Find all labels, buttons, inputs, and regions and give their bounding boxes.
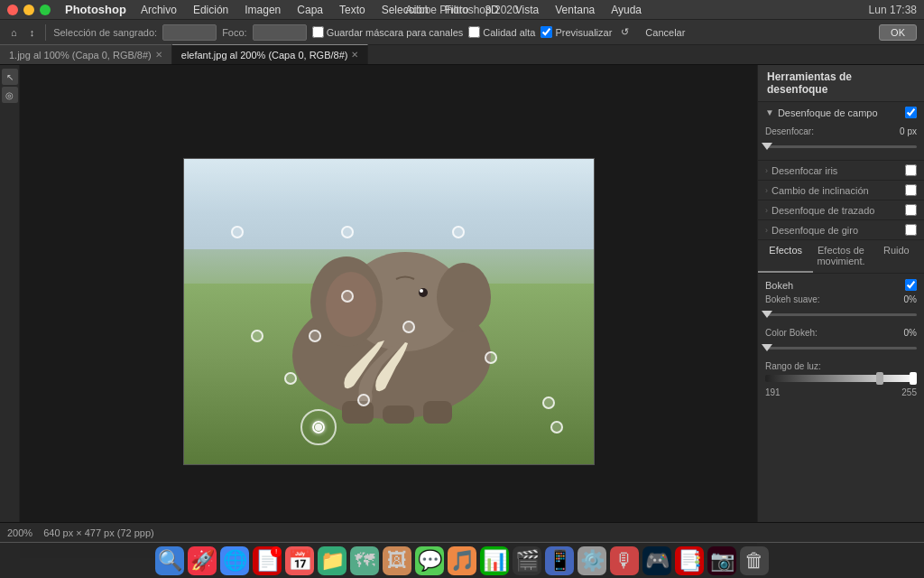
bokeh-suave-thumb[interactable] [762,311,772,318]
iris-checkbox[interactable] [905,164,917,176]
tool2[interactable]: ◎ [2,87,18,103]
menubar-item-edición[interactable]: Edición [186,2,236,18]
color-bokeh-label: Color Bokeh: [765,328,888,338]
dock-item-chrome[interactable]: 🌐 [220,546,249,575]
panel-title: Herramientas de desenfoque [758,65,924,102]
home-btn[interactable]: ⌂ [7,25,21,40]
bokeh-suave-row: Bokeh suave: 0% [765,294,917,304]
dock-item-photos[interactable]: 🖼 [383,546,411,575]
color-bokeh-row: Color Bokeh: 0% [765,328,917,338]
rango-left-thumb[interactable] [876,372,883,385]
svg-point-4 [437,263,491,331]
dock-item-messages[interactable]: 💬 [415,546,444,575]
minimize-btn[interactable] [23,5,34,15]
menubar-item-ayuda[interactable]: Ayuda [604,2,649,18]
desenfoque-thumb[interactable] [762,143,772,150]
color-bokeh-thumb[interactable] [762,344,772,351]
section-inclinacion[interactable]: › Cambio de inclinación [758,181,924,200]
rango-right-thumb[interactable] [910,372,917,385]
blur-point-3[interactable] [341,290,354,303]
blur-point-2[interactable] [452,226,465,238]
effects-tab-1[interactable]: Efectos de movimient. [813,240,868,273]
effects-tab-2[interactable]: Ruido [869,240,924,273]
dock-item-prefs[interactable]: ⚙️ [578,546,606,575]
traffic-lights [0,5,58,15]
guardar-mask-check[interactable]: Guardar máscara para canales [312,26,464,38]
dock-item-maps[interactable]: 🗺 [350,546,379,575]
trazado-checkbox[interactable] [905,204,917,216]
elephant-layer [256,211,527,428]
color-bokeh-slider[interactable] [765,341,917,354]
svg-point-9 [420,289,423,293]
seleccion-input[interactable] [162,24,217,41]
blur-point-1[interactable] [341,226,354,238]
ok-button[interactable]: OK [879,24,917,41]
menubar-item-ventana[interactable]: Ventana [548,2,602,18]
close-btn[interactable] [7,5,18,15]
menubar-item-archivo[interactable]: Archivo [134,2,184,18]
menubar-item-imagen[interactable]: Imagen [237,2,288,18]
blur-point-10[interactable] [542,396,555,409]
calidad-alta-check[interactable]: Calidad alta [468,26,535,38]
inclinacion-label: Cambio de inclinación [772,185,869,196]
seleccion-label: Selección de sangrado: [53,27,157,38]
section-campo-header[interactable]: ▼ Desenfoque de campo [758,102,924,123]
tab-0[interactable]: 1.jpg al 100% (Capa 0, RGB/8#)✕ [0,44,172,64]
giro-checkbox[interactable] [905,224,917,236]
dock-item-trash[interactable]: 🗑 [740,546,769,575]
sep1 [45,24,46,41]
dock-item-lightroom[interactable]: 📷 [707,546,736,575]
tab-1[interactable]: elefant.jpg al 200% (Capa 0, RGB/8#)✕ [172,44,369,64]
blur-point-12[interactable] [550,421,563,434]
section-trazado[interactable]: › Desenfoque de trazado [758,200,924,220]
dock-item-tv[interactable]: 🎬 [513,546,541,575]
rango-luz-label: Rango de luz: [765,361,917,371]
dock-item-acrobat[interactable]: 📄! [253,546,282,575]
previsualizar-check[interactable]: Previsualizar [541,26,612,38]
dock-item-calendar[interactable]: 📅 [285,546,314,575]
zoom-level: 200% [7,527,32,538]
maximize-btn[interactable] [40,5,51,15]
dock-item-photoshop[interactable]: 🎮 [642,546,671,575]
bokeh-suave-slider[interactable] [765,308,917,321]
reset-btn[interactable]: ↺ [617,24,633,40]
menubar-clock: Lun 17:38 [869,4,924,16]
menubar-item-capa[interactable]: Capa [290,2,330,18]
foco-input[interactable] [253,24,307,41]
tab-close-0[interactable]: ✕ [155,50,162,60]
tab-close-1[interactable]: ✕ [351,50,358,60]
right-panel: Herramientas de desenfoque ▼ Desenfoque … [757,65,924,558]
dock-item-launchpad[interactable]: 🚀 [188,546,217,575]
blur-point-4[interactable] [251,330,263,342]
menubar: Photoshop ArchivoEdiciónImagenCapaTextoS… [0,0,924,20]
bokeh-checkbox[interactable] [905,279,917,291]
dock-item-numbers[interactable]: 📊 [480,546,509,575]
canvas-image[interactable] [183,158,595,465]
blur-point-6[interactable] [402,321,415,333]
dock-item-simulator[interactable]: 📱 [545,546,574,575]
canvas-area [20,65,757,558]
cancel-button[interactable]: Cancelar [638,25,692,40]
bokeh-suave-label: Bokeh suave: [765,294,888,304]
blur-center-control[interactable] [300,409,337,445]
move-tool[interactable]: ↖ [2,69,18,85]
blur-point-9[interactable] [357,394,370,406]
dock-item-acrobat2[interactable]: 📑 [675,546,704,575]
dock-item-finder2[interactable]: 📁 [318,546,346,575]
section-iris[interactable]: › Desenfocar iris [758,161,924,181]
blur-point-8[interactable] [284,372,297,385]
effects-tab-0[interactable]: Efectos [758,240,813,273]
dock-item-finder[interactable]: 🔍 [155,546,184,575]
rango-luz-slider[interactable] [765,375,917,382]
blur-point-7[interactable] [485,351,497,364]
blur-point-0[interactable] [231,226,244,238]
campo-checkbox[interactable] [905,107,917,118]
desenfoque-slider[interactable] [765,140,917,153]
blur-point-5[interactable] [309,330,321,342]
inclinacion-checkbox[interactable] [905,184,917,196]
dock-item-podcast[interactable]: 🎙 [610,546,639,575]
dock-item-music[interactable]: 🎵 [448,546,476,575]
menubar-item-texto[interactable]: Texto [332,2,373,18]
arrow-btn[interactable]: ↕ [26,25,39,40]
section-giro[interactable]: › Desenfoque de giro [758,220,924,240]
